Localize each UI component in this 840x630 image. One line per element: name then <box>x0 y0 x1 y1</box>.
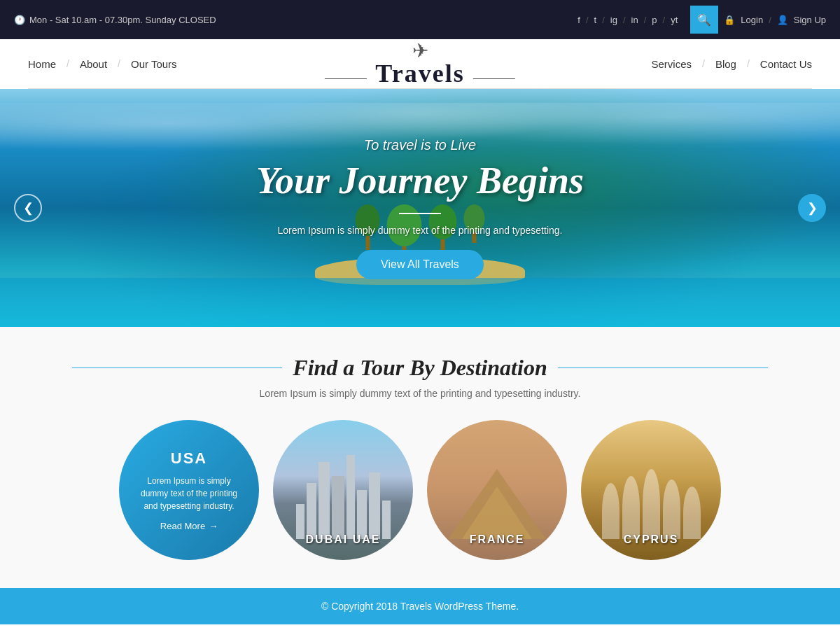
divider: / <box>644 15 647 25</box>
hero-divider <box>399 213 441 214</box>
section-description: Lorem Ipsum is simply dummy text of the … <box>42 388 798 399</box>
pinterest-icon[interactable]: p <box>652 15 657 25</box>
divider: / <box>623 15 626 25</box>
destinations-grid: USA Lorem Ipsum is simply dummy text of … <box>42 420 798 560</box>
logo-area: ✈ Travels <box>319 39 521 88</box>
login-link[interactable]: Login <box>741 15 763 25</box>
navbar: Home / About / Our Tours ✈ Travels Servi… <box>0 39 840 88</box>
hero-section: To travel is to Live Your Journey Begins… <box>0 89 840 327</box>
divider: / <box>747 58 750 69</box>
nav-home[interactable]: Home <box>28 58 56 70</box>
arch <box>602 483 620 539</box>
section-line-right <box>558 368 768 368</box>
nav-right: Services / Blog / Contact Us <box>651 58 812 70</box>
hero-description: Lorem Ipsum is simply dummy text of the … <box>256 225 584 236</box>
divider: / <box>602 15 605 25</box>
signup-link[interactable]: Sign Up <box>794 15 826 25</box>
building <box>307 483 316 539</box>
copyright-text: © Copyright 2018 Travels WordPress Theme… <box>13 601 827 612</box>
hero-content: To travel is to Live Your Journey Begins… <box>256 137 584 279</box>
france-label: FRANCE <box>427 533 567 546</box>
building <box>318 462 330 539</box>
arch <box>683 486 701 539</box>
hero-prev-button[interactable]: ❮ <box>14 194 42 222</box>
destination-usa[interactable]: USA Lorem Ipsum is simply dummy text of … <box>119 420 259 560</box>
top-bar-right: f / t / ig / in / p / yt 🔍 🔒 Login / 👤 S… <box>578 6 826 34</box>
lock-icon: 🔒 <box>724 15 735 25</box>
cyprus-label: CYPRUS <box>581 533 721 546</box>
pyramid-inner <box>462 486 532 539</box>
top-bar-hours: 🕐 Mon - Sat 10.am - 07.30pm. Sunday CLOS… <box>14 15 216 25</box>
arch <box>622 476 640 539</box>
nav-contact[interactable]: Contact Us <box>760 58 812 70</box>
divider: / <box>769 15 771 25</box>
search-button[interactable]: 🔍 <box>690 6 718 34</box>
footer: © Copyright 2018 Travels WordPress Theme… <box>0 588 840 624</box>
destination-dubai[interactable]: DUBAI UAE <box>273 420 413 560</box>
logo-line-right <box>473 78 515 79</box>
hero-water <box>0 278 840 327</box>
dubai-buildings <box>273 455 413 539</box>
linkedin-icon[interactable]: in <box>631 15 638 25</box>
destination-cyprus[interactable]: CYPRUS <box>581 420 721 560</box>
building <box>369 472 380 539</box>
section-title: Find a Tour By Destination <box>293 355 547 381</box>
clock-icon: 🕐 <box>14 15 25 25</box>
building <box>357 490 367 539</box>
facebook-icon[interactable]: f <box>578 15 580 25</box>
logo-line-left <box>325 78 367 79</box>
instagram-icon[interactable]: ig <box>610 15 617 25</box>
divider: / <box>663 15 666 25</box>
hero-subtitle: To travel is to Live <box>256 137 584 153</box>
hero-next-button[interactable]: ❯ <box>798 194 826 222</box>
divider: / <box>66 58 69 69</box>
nav-services[interactable]: Services <box>651 58 692 70</box>
dubai-label: DUBAI UAE <box>273 533 413 546</box>
nav-our-tours[interactable]: Our Tours <box>131 58 177 70</box>
nav-left: Home / About / Our Tours <box>28 58 177 70</box>
building <box>332 476 344 539</box>
section-line-left <box>72 368 282 368</box>
divider: / <box>118 58 120 69</box>
usa-read-more[interactable]: Read More → <box>160 521 218 531</box>
twitter-icon[interactable]: t <box>594 15 597 25</box>
section-header: Find a Tour By Destination <box>42 355 798 381</box>
logo-text: Travels <box>375 59 464 88</box>
usa-title: USA <box>171 449 207 468</box>
building <box>346 455 355 539</box>
youtube-icon[interactable]: yt <box>671 15 678 25</box>
arch <box>663 479 680 539</box>
user-icon: 👤 <box>777 15 788 25</box>
hours-text: Mon - Sat 10.am - 07.30pm. Sunday CLOSED <box>29 15 216 25</box>
destination-france[interactable]: FRANCE <box>427 420 567 560</box>
arrow-right-icon: → <box>209 521 218 531</box>
view-all-travels-button[interactable]: View All Travels <box>356 250 484 279</box>
top-bar: 🕐 Mon - Sat 10.am - 07.30pm. Sunday CLOS… <box>0 0 840 39</box>
usa-text: Lorem Ipsum is simply dummy text of the … <box>133 475 245 512</box>
arch <box>643 469 660 539</box>
destinations-section: Find a Tour By Destination Lorem Ipsum i… <box>0 327 840 588</box>
nav-blog[interactable]: Blog <box>715 58 736 70</box>
nav-about[interactable]: About <box>80 58 107 70</box>
hero-title: Your Journey Begins <box>256 159 584 202</box>
divider: / <box>586 15 589 25</box>
divider: / <box>702 58 705 69</box>
